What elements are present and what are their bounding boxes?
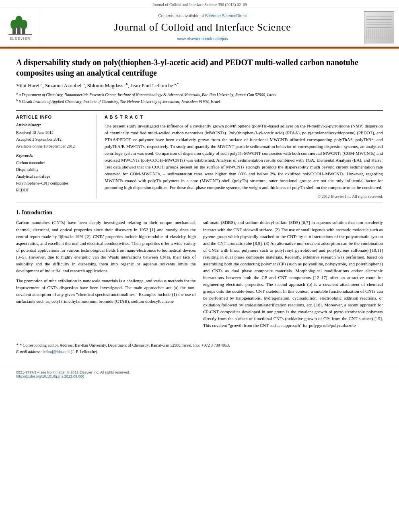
abstract-text: The present study investigated the influ… xyxy=(105,123,383,191)
email-label: E-mail address: xyxy=(16,349,42,354)
intro-p2: The promotion of tube exfoliation in nan… xyxy=(16,277,196,305)
author-jeanpaul: Jean-Paul Lellouche a,* xyxy=(131,82,179,88)
bottom-bar: 0021-9797/$ – see front matter © 2012 El… xyxy=(0,367,399,382)
journal-url-link[interactable]: www.elsevier.com/locate/jcis xyxy=(177,37,228,41)
footnote-text: * Corresponding author. Address: Bar-Ila… xyxy=(20,343,230,347)
accepted-date: Accepted 2 September 2012 xyxy=(16,136,90,142)
intro-left-col: Carbon nanotubes (CNTs) have been deeply… xyxy=(16,219,196,332)
keyword-2: Dispersability xyxy=(16,166,90,173)
page-wrapper: Journal of Colloid and Interface Science… xyxy=(0,0,399,532)
sciverse-link[interactable]: SciVerse ScienceDirect xyxy=(205,14,247,18)
contents-line: Contents lists available at SciVerse Sci… xyxy=(158,14,247,18)
svg-rect-2 xyxy=(22,29,25,34)
footnote-email-line: E-mail address: lellouj@biu.ac.il (J.-P.… xyxy=(16,349,383,355)
issn-line: 0021-9797/$ – see front matter © 2012 El… xyxy=(16,370,383,374)
journal-main-title: Journal of Colloid and Interface Science xyxy=(114,21,291,33)
received-date: Received 18 June 2012 xyxy=(16,129,90,136)
footnote-star-symbol: * xyxy=(16,342,20,348)
intro-heading: 1. Introduction xyxy=(16,210,383,216)
email-suffix: (J.-P. Lellouche). xyxy=(71,349,98,354)
elsevier-label: ELSEVIER xyxy=(9,37,30,41)
available-online-date: Available online 18 September 2012 xyxy=(16,143,90,149)
keyword-3: Analytical centrifuge xyxy=(16,173,90,180)
intro-title: Introduction xyxy=(22,210,52,216)
doi-link[interactable]: http://dx.doi.org/10.1016/j.jcis.2012.09… xyxy=(16,374,84,378)
svg-rect-0 xyxy=(12,29,16,34)
journal-header: ELSEVIER Contents lists available at Sci… xyxy=(0,8,399,47)
journal-title-block: Contents lists available at SciVerse Sci… xyxy=(46,11,359,43)
affiliation-a: a a Department of Chemistry, Nanomateria… xyxy=(16,91,383,98)
svg-rect-1 xyxy=(17,26,21,34)
author-yifat: Yifat Harel a xyxy=(16,82,42,88)
keyword-4: Polythiophene–CNT composites xyxy=(16,180,90,187)
copyright: © 2012 Elsevier Inc. All rights reserved… xyxy=(105,194,383,199)
intro-body: Carbon nanotubes (CNTs) have been deeply… xyxy=(16,219,383,332)
article-info-abstract: ARTICLE INFO Article history: Received 1… xyxy=(16,110,383,203)
keyword-5: PEDOT xyxy=(16,187,90,193)
intro-p1: Carbon nanotubes (CNTs) have been deeply… xyxy=(16,219,196,274)
article-title: A dispersability study on poly(thiophen-… xyxy=(16,57,383,78)
journal-top-bar: Journal of Colloid and Interface Science… xyxy=(0,0,399,8)
elsevier-tree-icon xyxy=(8,14,32,35)
journal-citation: Journal of Colloid and Interface Science… xyxy=(152,2,247,7)
main-content: A dispersability study on poly(thiophen-… xyxy=(0,49,399,363)
footnote-star-line: * * Corresponding author. Address: Bar-I… xyxy=(16,341,383,349)
email-link[interactable]: lellouj@biu.ac.il xyxy=(43,349,70,354)
affiliations: a a Department of Chemistry, Nanomateria… xyxy=(16,91,383,105)
affiliation-b: b b Casali Institute of Applied Chemistr… xyxy=(16,98,383,105)
abstract-heading: A B S T R A C T xyxy=(105,115,383,119)
intro-p3: sulfonate (SDBS), and sodium dodecyl sul… xyxy=(203,219,383,329)
svg-rect-6 xyxy=(8,34,32,35)
svg-point-5 xyxy=(20,20,27,29)
article-info-col: ARTICLE INFO Article history: Received 1… xyxy=(16,115,97,199)
intro-right-col: sulfonate (SDBS), and sodium dodecyl sul… xyxy=(203,219,383,332)
journal-cover xyxy=(363,11,395,43)
doi-line: http://dx.doi.org/10.1016/j.jcis.2012.09… xyxy=(16,374,383,378)
elsevier-logo: ELSEVIER xyxy=(4,11,40,43)
footnote-area: * * Corresponding author. Address: Bar-I… xyxy=(16,338,383,355)
keyword-1: Carbon nanotubes xyxy=(16,159,90,166)
author-suzanna: Suzanna Azoubel b xyxy=(45,82,84,88)
article-info-heading: ARTICLE INFO xyxy=(16,115,90,119)
journal-url: www.elsevier.com/locate/jcis xyxy=(177,37,228,41)
keywords-label: Keywords: xyxy=(16,153,90,158)
abstract-col: A B S T R A C T The present study invest… xyxy=(105,115,383,199)
author-shlomo: Shlomo Magdassi b xyxy=(87,82,128,88)
history-label: Article history: xyxy=(16,123,90,127)
cover-image xyxy=(364,11,394,43)
authors: Yifat Harel a, Suzanna Azoubel b, Shlomo… xyxy=(16,82,383,89)
intro-number: 1. xyxy=(16,210,21,216)
